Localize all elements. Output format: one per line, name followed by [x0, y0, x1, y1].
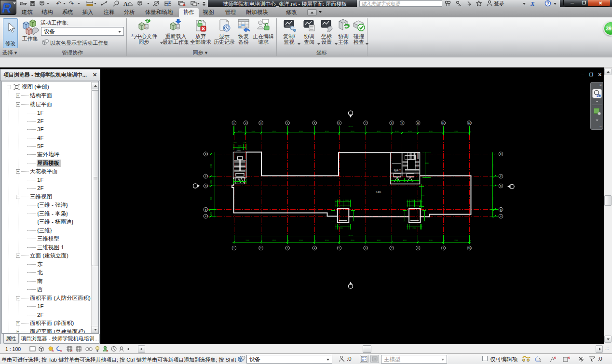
- svg-text:E: E: [205, 175, 206, 178]
- svg-text:8: 8: [417, 247, 419, 250]
- svg-text:1500: 1500: [238, 180, 242, 182]
- svg-text:X: X: [530, 0, 535, 7]
- svg-text:2: 2: [260, 247, 262, 250]
- svg-text:1500: 1500: [345, 200, 349, 202]
- svg-text:↷: ↷: [68, 0, 74, 7]
- svg-text:9: 9: [443, 247, 444, 250]
- svg-text:1500: 1500: [417, 200, 421, 202]
- svg-text:4: 4: [314, 247, 315, 250]
- svg-text:7.6m: 7.6m: [376, 190, 381, 193]
- svg-text:8100: 8100: [299, 240, 303, 242]
- svg-text:8100: 8100: [272, 131, 276, 133]
- svg-text:9: 9: [401, 122, 403, 124]
- svg-text:B: B: [205, 209, 206, 211]
- svg-text:76500: 76500: [348, 126, 353, 128]
- svg-text:8100: 8100: [454, 240, 458, 242]
- svg-text:8100: 8100: [299, 131, 303, 133]
- svg-text:12: 12: [468, 122, 471, 124]
- svg-text:1500: 1500: [412, 227, 416, 229]
- svg-text:3: 3: [260, 122, 262, 124]
- svg-text:1500: 1500: [421, 195, 425, 197]
- svg-text:8100: 8100: [429, 131, 433, 133]
- svg-text:登录: 登录: [494, 0, 504, 6]
- svg-text:8100: 8100: [351, 131, 354, 133]
- svg-text:8100: 8100: [238, 131, 242, 133]
- svg-text:1500: 1500: [339, 227, 343, 229]
- svg-text:1500: 1500: [233, 142, 237, 144]
- svg-text:1: 1: [233, 247, 235, 250]
- svg-text:8100: 8100: [377, 131, 381, 133]
- svg-text:8100: 8100: [211, 197, 213, 201]
- svg-text:5: 5: [314, 122, 315, 124]
- svg-text:R: R: [2, 1, 12, 14]
- svg-text:5: 5: [339, 247, 340, 250]
- svg-text:2000: 2000: [236, 149, 241, 152]
- svg-text:8100: 8100: [403, 240, 407, 242]
- svg-text:8100: 8100: [325, 131, 329, 133]
- svg-text:4: 4: [287, 122, 288, 124]
- svg-text:×: ×: [568, 355, 570, 360]
- svg-text:B: B: [500, 209, 502, 211]
- svg-text:?: ?: [546, 1, 549, 6]
- svg-text:8100: 8100: [211, 164, 213, 168]
- svg-text:2D: 2D: [597, 94, 601, 97]
- svg-text:8100: 8100: [325, 240, 329, 242]
- svg-text:8100: 8100: [408, 131, 412, 133]
- svg-text:8100: 8100: [252, 131, 256, 133]
- svg-text:3: 3: [287, 247, 288, 250]
- svg-text:2: 2: [245, 122, 246, 124]
- svg-text:8100: 8100: [246, 240, 250, 242]
- svg-text:7: 7: [391, 247, 393, 250]
- svg-text:8100: 8100: [211, 180, 213, 184]
- svg-text:×: ×: [554, 355, 556, 360]
- svg-text:8100: 8100: [395, 131, 399, 133]
- svg-text:×: ×: [60, 349, 62, 353]
- svg-text:8100: 8100: [492, 197, 494, 201]
- svg-text:8100: 8100: [351, 240, 354, 242]
- svg-text:A: A: [123, 0, 128, 7]
- svg-text:10: 10: [417, 122, 420, 124]
- svg-text:10: 10: [468, 247, 471, 250]
- svg-text:F: F: [500, 153, 502, 156]
- svg-text:E: E: [500, 175, 502, 178]
- svg-text:×: ×: [106, 349, 109, 353]
- svg-text:8100: 8100: [272, 240, 276, 242]
- svg-text:1: 1: [233, 122, 235, 124]
- svg-text:8100: 8100: [211, 212, 213, 216]
- svg-text:1500: 1500: [337, 200, 341, 202]
- svg-text:8100: 8100: [377, 240, 381, 242]
- svg-text:8100: 8100: [454, 131, 458, 133]
- svg-text:↶: ↶: [56, 0, 61, 7]
- svg-text:6: 6: [365, 247, 367, 250]
- svg-text:1500: 1500: [410, 200, 414, 202]
- svg-text:电梯厅: 电梯厅: [394, 169, 401, 172]
- svg-text:1500: 1500: [238, 145, 242, 147]
- svg-text:1500: 1500: [243, 142, 246, 144]
- svg-text:×: ×: [52, 349, 54, 353]
- svg-text:8100: 8100: [429, 240, 433, 242]
- svg-text:11: 11: [442, 122, 445, 124]
- svg-text:7: 7: [365, 122, 367, 124]
- svg-text:8100: 8100: [492, 164, 494, 168]
- svg-text:F: F: [205, 153, 206, 156]
- svg-text:8100: 8100: [492, 212, 494, 216]
- svg-text:6: 6: [339, 122, 340, 124]
- svg-text:8100: 8100: [492, 180, 494, 184]
- svg-text:8: 8: [391, 122, 393, 124]
- svg-text:1500: 1500: [425, 162, 429, 164]
- svg-text:76500: 76500: [348, 235, 353, 237]
- svg-text:×: ×: [70, 349, 73, 353]
